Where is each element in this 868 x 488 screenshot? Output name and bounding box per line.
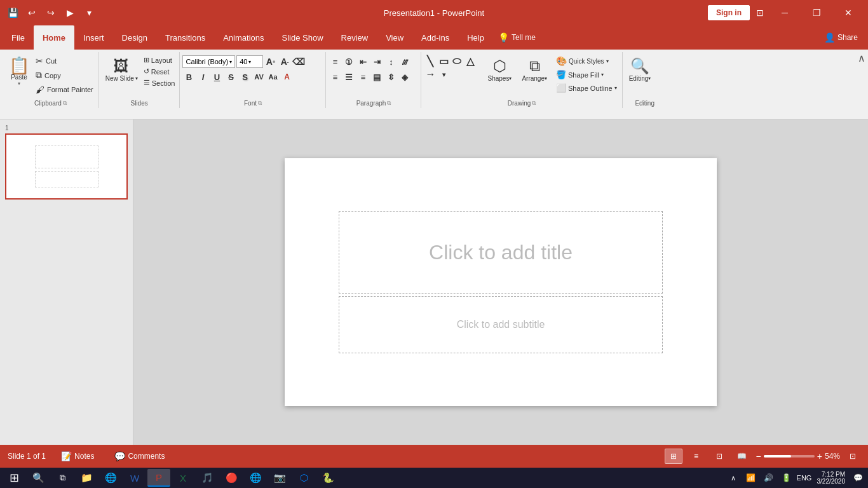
shape-arrow[interactable]: →: [424, 68, 437, 81]
font-shrink-button[interactable]: A-: [278, 55, 291, 68]
italic-button[interactable]: I: [196, 71, 209, 83]
excel-taskbar-icon[interactable]: X: [172, 469, 194, 487]
insert-tab[interactable]: Insert: [74, 25, 113, 50]
edge-taskbar-icon[interactable]: 🌐: [99, 469, 122, 487]
python-taskbar-icon[interactable]: 🐍: [316, 469, 339, 487]
align-left-button[interactable]: ≡: [329, 71, 341, 83]
justify-button[interactable]: ▤: [370, 71, 383, 83]
volume-icon[interactable]: 🔊: [761, 469, 776, 487]
bold-button[interactable]: B: [182, 71, 195, 83]
search-taskbar-button[interactable]: 🔍: [27, 469, 50, 487]
align-center-button[interactable]: ☰: [342, 71, 355, 83]
explorer-taskbar-icon[interactable]: 📁: [75, 469, 98, 487]
normal-view-button[interactable]: ⊞: [665, 449, 682, 464]
strikethrough-button[interactable]: S: [224, 71, 237, 83]
ime-icon[interactable]: ENG: [797, 469, 812, 487]
underline-button[interactable]: U: [210, 71, 223, 83]
animations-tab[interactable]: Animations: [214, 25, 273, 50]
music-taskbar-icon[interactable]: 🎵: [196, 469, 219, 487]
format-painter-button[interactable]: 🖌 Format Painter: [33, 83, 96, 96]
shapes-button[interactable]: ⬡ Shapes ▾: [484, 55, 515, 85]
align-right-button[interactable]: ≡: [356, 71, 369, 83]
help-tab[interactable]: Help: [458, 25, 493, 50]
zoom-level[interactable]: 54%: [825, 452, 840, 461]
comments-button[interactable]: 💬 Comments: [109, 449, 170, 464]
align-text-button[interactable]: ⇳: [384, 71, 397, 83]
notes-button[interactable]: 📝 Notes: [56, 449, 99, 464]
ribbon-collapse-button[interactable]: ∧: [858, 52, 865, 64]
notification-area[interactable]: ∧: [726, 469, 741, 487]
slide-sorter-button[interactable]: ⊡: [710, 449, 728, 464]
home-tab[interactable]: Home: [34, 25, 74, 50]
subtitle-placeholder[interactable]: Click to add subtitle: [339, 296, 663, 353]
bluetooth-taskbar-icon[interactable]: ⬡: [292, 469, 315, 487]
copy-button[interactable]: ⧉ Copy: [33, 69, 96, 82]
shape-triangle[interactable]: △: [464, 55, 477, 67]
change-case-button[interactable]: Aa: [266, 71, 279, 83]
review-tab[interactable]: Review: [332, 25, 377, 50]
new-slide-button[interactable]: 🖼 New Slide ▾: [102, 55, 142, 85]
zoom-slider-track[interactable]: [764, 455, 815, 458]
numbering-button[interactable]: ①: [342, 55, 355, 68]
font-color-button[interactable]: A: [280, 71, 293, 83]
zoom-in-button[interactable]: +: [817, 451, 822, 461]
notification-button[interactable]: 💬: [850, 469, 865, 487]
smartart-button[interactable]: ◈: [398, 71, 411, 83]
reset-button[interactable]: ↺ Reset: [142, 66, 177, 77]
shape-oval[interactable]: ⬭: [451, 55, 463, 67]
font-expand-icon[interactable]: ⧉: [258, 100, 262, 107]
drawing-expand-icon[interactable]: ⧉: [532, 100, 536, 107]
line-spacing-button[interactable]: ↕: [384, 55, 397, 68]
slideshow-tab[interactable]: Slide Show: [273, 25, 332, 50]
undo-icon[interactable]: ↩: [24, 5, 39, 20]
decrease-indent-button[interactable]: ⇤: [356, 55, 369, 68]
present-icon[interactable]: ▶: [62, 5, 78, 20]
font-grow-button[interactable]: A+: [264, 55, 277, 68]
zoom-out-button[interactable]: −: [756, 451, 761, 461]
addins-tab[interactable]: Add-ins: [412, 25, 458, 50]
chrome-taskbar-icon[interactable]: 🌐: [244, 469, 267, 487]
title-placeholder[interactable]: Click to add title: [339, 211, 663, 294]
shape-more[interactable]: ▾: [437, 68, 450, 81]
start-button[interactable]: ⊞: [3, 469, 25, 487]
arrange-button[interactable]: ⧉ Arrange ▾: [518, 55, 551, 85]
slide-thumbnail[interactable]: [5, 133, 128, 200]
clipboard-expand-icon[interactable]: ⧉: [63, 100, 67, 107]
taskbar-clock[interactable]: 7:12 PM 3/22/2020: [815, 471, 848, 485]
layout-button[interactable]: ⊞ Layout: [142, 55, 177, 65]
view-tab[interactable]: View: [377, 25, 412, 50]
editing-button[interactable]: 🔍 Editing ▾: [625, 55, 655, 85]
columns-button[interactable]: ⫻: [398, 55, 411, 68]
sign-in-button[interactable]: Sign in: [708, 5, 750, 20]
outline-view-button[interactable]: ≡: [688, 449, 705, 464]
char-spacing-button[interactable]: AV: [252, 71, 265, 83]
camera-taskbar-icon[interactable]: 📷: [268, 469, 291, 487]
restore-button[interactable]: ❐: [802, 3, 831, 23]
shape-line[interactable]: ╲: [424, 55, 437, 67]
section-button[interactable]: ☰ Section: [142, 78, 177, 88]
battery-icon[interactable]: 🔋: [779, 469, 794, 487]
transitions-tab[interactable]: Transitions: [156, 25, 214, 50]
cut-button[interactable]: ✂ Cut: [33, 55, 96, 67]
font-size-select[interactable]: 40 ▾: [236, 55, 263, 68]
file-tab[interactable]: File: [3, 25, 34, 50]
word-taskbar-icon[interactable]: W: [123, 469, 146, 487]
task-view-button[interactable]: ⧉: [51, 469, 74, 487]
font-name-select[interactable]: Calibri (Body) ▾: [182, 55, 235, 68]
clear-format-button[interactable]: ⌫: [292, 55, 305, 68]
increase-indent-button[interactable]: ⇥: [370, 55, 383, 68]
fit-to-window-button[interactable]: ⊡: [845, 449, 860, 464]
save-icon[interactable]: 💾: [5, 5, 20, 20]
customize-icon[interactable]: ▾: [81, 5, 97, 20]
tell-me-btn[interactable]: 💡 Tell me: [498, 25, 536, 50]
shape-outline-button[interactable]: ⬜ Shape Outline ▾: [553, 82, 620, 94]
design-tab[interactable]: Design: [113, 25, 156, 50]
powerpoint-taskbar-icon[interactable]: P: [147, 469, 170, 487]
redo-icon[interactable]: ↪: [43, 5, 58, 20]
focus-mode-icon[interactable]: ⊡: [752, 5, 768, 20]
app1-taskbar-icon[interactable]: 🔴: [220, 469, 243, 487]
para-expand-icon[interactable]: ⧉: [387, 100, 391, 107]
quick-styles-button[interactable]: 🎨 Quick Styles ▾: [553, 55, 620, 67]
close-button[interactable]: ✕: [834, 3, 863, 23]
text-shadow-button[interactable]: S: [238, 71, 251, 83]
